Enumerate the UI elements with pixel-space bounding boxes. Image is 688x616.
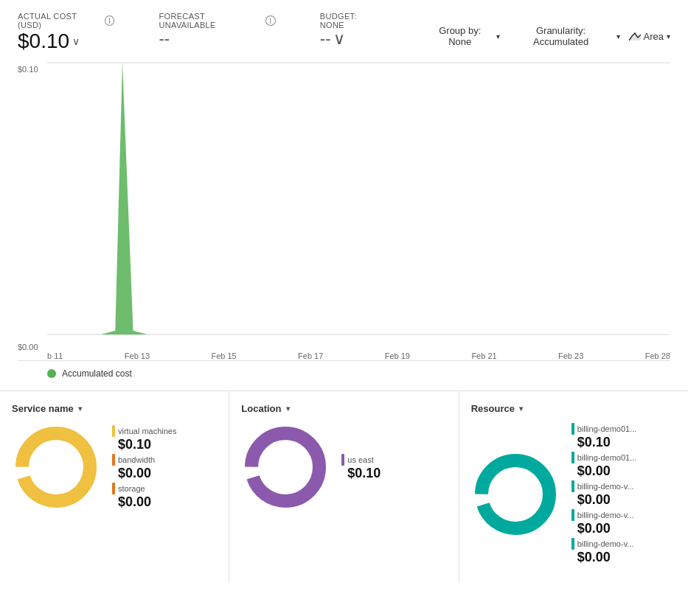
card-0-color-bar-2 <box>112 483 115 494</box>
card-2-legend-label-1: billing-demo01... <box>571 452 637 463</box>
card-1-chevron: ▾ <box>286 405 290 413</box>
card-2-header[interactable]: Resource▾ <box>471 403 676 414</box>
chart-controls: Group by: None ▾ Granularity: Accumulate… <box>427 12 670 47</box>
card-2-legend-item-0: billing-demo01...$0.10 <box>571 423 637 450</box>
card-0-legend-label-0: virtual machines <box>112 425 176 437</box>
legend-dot <box>47 369 56 378</box>
budget-chevron[interactable]: ∨ <box>333 29 345 49</box>
card-0-legend-item-2: storage$0.00 <box>112 483 176 510</box>
card-1-item-label-text-0: us east <box>347 455 373 464</box>
card-0-legend-item-1: bandwidth$0.00 <box>112 454 176 481</box>
chart-type-button[interactable]: Area ▾ <box>629 30 670 42</box>
card-0-item-value-0: $0.10 <box>118 437 176 452</box>
card-2-color-bar-3 <box>571 509 574 521</box>
x-label-feb21: Feb 21 <box>471 351 496 360</box>
card-2-item-label-text-1: billing-demo01... <box>577 453 637 462</box>
x-label-feb11: b 11 <box>47 351 63 360</box>
card-0-item-label-text-0: virtual machines <box>118 427 176 435</box>
card-2-legend-item-2: billing-demo-v...$0.00 <box>571 480 637 508</box>
card-0-item-label-text-1: bandwidth <box>118 455 155 464</box>
card-2-title: Resource <box>471 403 515 414</box>
card-2-item-label-text-4: billing-demo-v... <box>577 539 634 548</box>
granularity-chevron: ▾ <box>616 32 620 41</box>
card-2-item-label-text-2: billing-demo-v... <box>577 482 634 491</box>
forecast-value: -- <box>159 29 275 49</box>
area-chart-icon <box>629 30 641 42</box>
y-axis-bottom: $0.00 <box>18 343 38 351</box>
card-0-donut-svg <box>12 423 100 511</box>
card-0-legend-label-2: storage <box>112 483 176 494</box>
card-0-color-bar-1 <box>112 454 115 466</box>
card-2-item-value-1: $0.00 <box>577 463 637 479</box>
card-1-legend-item-0: us east$0.10 <box>341 454 381 481</box>
card-2: Resource▾billing-demo01...$0.10billing-d… <box>459 391 688 583</box>
x-label-feb19: Feb 19 <box>385 351 410 360</box>
card-2-legend-item-1: billing-demo01...$0.00 <box>571 452 637 479</box>
chart-legend: Accumulated cost <box>0 361 688 391</box>
card-2-legend-label-2: billing-demo-v... <box>571 480 637 492</box>
x-axis: b 11 Feb 13 Feb 15 Feb 17 Feb 19 Feb 21 … <box>47 351 670 360</box>
budget-value: -- ∨ <box>320 29 383 49</box>
card-0: Service name▾virtual machines$0.10bandwi… <box>0 391 229 583</box>
card-0-color-bar-0 <box>112 425 115 437</box>
card-1-item-value-0: $0.10 <box>347 466 381 481</box>
actual-cost-label: ACTUAL COST (USD) i <box>18 12 114 29</box>
card-0-item-value-1: $0.00 <box>118 466 176 481</box>
x-label-feb28: Feb 28 <box>645 351 670 360</box>
card-2-color-bar-1 <box>571 452 574 463</box>
svg-point-5 <box>29 441 83 494</box>
actual-cost-metric: ACTUAL COST (USD) i $0.10 ∨ <box>18 12 114 53</box>
legend-label: Accumulated cost <box>62 368 132 379</box>
card-0-item-label-text-2: storage <box>118 484 145 493</box>
x-label-feb13: Feb 13 <box>125 351 150 360</box>
x-label-feb17: Feb 17 <box>298 351 323 360</box>
card-2-donut-svg <box>471 450 560 539</box>
card-2-legend-item-3: billing-demo-v...$0.00 <box>571 509 637 536</box>
card-1-color-bar-0 <box>341 454 344 466</box>
budget-metric: BUDGET: NONE -- ∨ <box>320 12 383 49</box>
card-2-chevron: ▾ <box>519 405 523 413</box>
card-0-legend: virtual machines$0.10bandwidth$0.00stora… <box>112 425 176 510</box>
svg-point-7 <box>259 441 312 494</box>
card-2-item-value-0: $0.10 <box>577 435 637 450</box>
granularity-button[interactable]: Granularity: Accumulated ▾ <box>509 25 620 47</box>
card-0-donut <box>12 423 100 511</box>
card-1-legend-label-0: us east <box>341 454 381 466</box>
card-2-item-label-text-3: billing-demo-v... <box>577 511 634 519</box>
x-label-feb15: Feb 15 <box>211 351 236 360</box>
cost-chart: $0.10 $0.00 b 11 Feb 13 Feb 15 Feb 17 Fe… <box>18 59 670 361</box>
card-0-content: virtual machines$0.10bandwidth$0.00stora… <box>12 423 217 511</box>
actual-cost-chevron[interactable]: ∨ <box>72 35 80 47</box>
card-2-legend-label-4: billing-demo-v... <box>571 538 637 550</box>
card-2-color-bar-0 <box>571 423 574 435</box>
card-0-item-value-2: $0.00 <box>118 494 176 510</box>
chart-type-chevron: ▾ <box>667 32 670 41</box>
budget-label: BUDGET: NONE <box>320 12 383 29</box>
card-1-title: Location <box>241 403 281 414</box>
card-2-item-value-2: $0.00 <box>577 492 637 508</box>
area-chart-svg <box>47 59 670 338</box>
group-by-chevron: ▾ <box>496 32 500 41</box>
forecast-info-icon[interactable]: i <box>265 15 276 26</box>
card-2-item-label-text-0: billing-demo01... <box>577 424 637 433</box>
svg-marker-0 <box>629 33 641 41</box>
card-2-item-value-3: $0.00 <box>577 521 637 536</box>
svg-point-9 <box>489 468 542 521</box>
x-label-feb23: Feb 23 <box>558 351 583 360</box>
card-0-header[interactable]: Service name▾ <box>12 403 217 414</box>
card-2-item-value-4: $0.00 <box>577 550 637 565</box>
card-1-header[interactable]: Location▾ <box>241 403 446 414</box>
card-2-donut <box>471 450 560 539</box>
card-2-color-bar-4 <box>571 538 574 550</box>
card-1: Location▾us east$0.10 <box>229 391 459 583</box>
forecast-label: FORECAST UNAVAILABLE i <box>159 12 275 29</box>
card-2-legend: billing-demo01...$0.10billing-demo01...$… <box>571 423 637 565</box>
group-by-button[interactable]: Group by: None ▾ <box>427 25 500 47</box>
card-1-donut <box>241 423 330 511</box>
card-2-color-bar-2 <box>571 480 574 492</box>
card-0-title: Service name <box>12 403 74 414</box>
actual-cost-info-icon[interactable]: i <box>105 15 115 26</box>
card-0-legend-item-0: virtual machines$0.10 <box>112 425 176 452</box>
card-2-content: billing-demo01...$0.10billing-demo01...$… <box>471 423 676 565</box>
y-axis-top: $0.10 <box>18 65 38 74</box>
